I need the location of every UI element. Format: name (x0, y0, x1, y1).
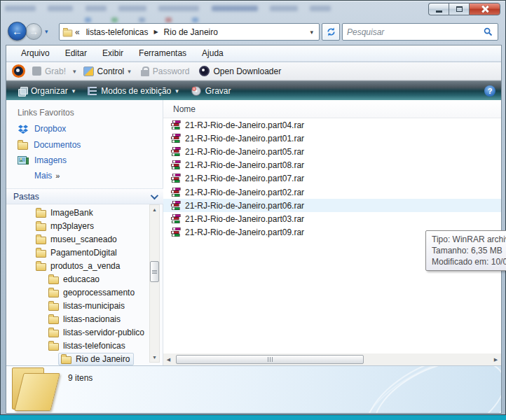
menu-bar: Arquivo Editar Exibir Ferramentas Ajuda (6, 46, 501, 62)
grab-dropdown-icon[interactable]: ▾ (73, 68, 76, 75)
title-bar[interactable] (1, 1, 506, 20)
maximize-button[interactable] (449, 3, 469, 15)
tree-item-educacao[interactable]: educacao (6, 272, 150, 286)
burn-button[interactable]: Gravar (185, 84, 238, 98)
file-row[interactable]: 21-RJ-Rio-de-Janeiro.part01.rar (163, 132, 501, 145)
folder-icon (61, 356, 71, 364)
tree-item-label: listas-municipais (63, 301, 125, 311)
control-button[interactable]: Control ▾ (81, 66, 134, 76)
tree-item-pagamentodigital[interactable]: PagamentoDigital (6, 246, 150, 259)
file-row[interactable]: 21-RJ-Rio-de-Janeiro.part04.rar (163, 118, 501, 132)
tree-item-mp3players[interactable]: mp3players (6, 219, 150, 232)
menu-ferramentas[interactable]: Ferramentas (131, 46, 194, 60)
chevron-down-icon[interactable] (151, 191, 158, 199)
tree-item-museu-scaneado[interactable]: museu_scaneado (6, 232, 150, 246)
tooltip-size: Tamanho: 6,35 MB (432, 245, 506, 256)
favorite-documentos-label: Documentos (34, 140, 81, 150)
menu-exibir[interactable]: Exibir (95, 46, 131, 60)
folder-icon (36, 237, 46, 244)
folder-icon (36, 263, 46, 271)
search-input[interactable] (343, 25, 479, 39)
winrar-icon (170, 227, 182, 237)
search-icon[interactable] (479, 27, 498, 36)
breadcrumb[interactable]: « listas-telefonicas ▶ Rio de Janeiro ▾ (59, 23, 320, 41)
tree-item-imagebank[interactable]: ImageBank (6, 206, 150, 219)
password-label: Password (153, 66, 190, 76)
open-downloader-icon (199, 66, 210, 76)
address-bar-row: ← → ▾ « listas-telefonicas ▶ Rio de Jane… (1, 20, 506, 43)
forward-button[interactable]: → (25, 23, 42, 40)
recent-pages-dropdown[interactable]: ▾ (45, 28, 48, 35)
file-row-hovered[interactable]: 21-RJ-Rio-de-Janeiro.part06.rar (163, 199, 501, 212)
close-button[interactable] (469, 3, 500, 15)
scrollbar-thumb[interactable] (176, 355, 364, 364)
tree-vertical-scrollbar[interactable]: ▲ ▼ (149, 204, 160, 363)
file-row[interactable]: 21-RJ-Rio-de-Janeiro.part08.rar (163, 159, 501, 172)
selected-tree-item[interactable]: Rio de Janeiro (58, 353, 134, 365)
winrar-icon (170, 147, 182, 157)
scroll-left-arrow[interactable]: ◀ (163, 354, 174, 365)
more-link[interactable]: Mais » (34, 171, 59, 181)
folders-band[interactable]: Pastas (6, 188, 163, 204)
file-row[interactable]: 21-RJ-Rio-de-Janeiro.part07.rar (163, 172, 501, 186)
tree-item-listas-nacionais[interactable]: listas-nacionais (6, 312, 150, 326)
winrar-icon (170, 134, 182, 144)
file-info-tooltip: Tipo: WinRAR archive Tamanho: 6,35 MB Mo… (425, 230, 506, 271)
password-button[interactable]: Password (138, 66, 193, 76)
grab-button[interactable]: Grab! (29, 66, 69, 76)
pictures-icon (18, 156, 29, 165)
tree-item-label: museu_scaneado (50, 234, 117, 244)
column-header-nome[interactable]: Nome (163, 100, 501, 118)
tree-item-rio-de-janeiro[interactable]: Rio de Janeiro (6, 352, 150, 365)
navigation-pane: Links Favoritos Dropbox Documentos (6, 100, 163, 365)
breadcrumb-segment-rio-de-janeiro[interactable]: Rio de Janeiro (160, 26, 222, 38)
tree-item-listas-municipais[interactable]: listas-municipais (6, 299, 150, 312)
orbit-logo-icon[interactable] (12, 64, 25, 78)
tree-item-listas-servidor-publico[interactable]: listas-servidor-publico (6, 326, 150, 339)
help-button[interactable]: ? (484, 85, 495, 97)
scroll-up-arrow[interactable]: ▲ (150, 205, 159, 214)
file-name: 21-RJ-Rio-de-Janeiro.part02.rar (185, 188, 304, 197)
address-dropdown-icon[interactable]: ▾ (307, 29, 316, 36)
file-row[interactable]: 21-RJ-Rio-de-Janeiro.part05.rar (163, 145, 501, 158)
tree-item-label: geoprocessamento (63, 288, 135, 298)
organize-icon (18, 87, 27, 95)
menu-editar[interactable]: Editar (57, 46, 95, 60)
folder-icon (48, 303, 59, 311)
refresh-button[interactable] (322, 23, 340, 41)
favorite-imagens[interactable]: Imagens (18, 155, 67, 165)
more-label: Mais (34, 171, 52, 181)
winrar-icon (170, 188, 182, 197)
favorite-dropbox[interactable]: Dropbox (18, 124, 66, 134)
file-row[interactable]: 21-RJ-Rio-de-Janeiro.part03.rar (163, 212, 501, 225)
burn-icon (191, 86, 201, 96)
minimize-button[interactable] (428, 3, 449, 15)
tree-item-label: ImageBank (50, 208, 93, 218)
menu-ajuda[interactable]: Ajuda (194, 46, 231, 60)
organize-button[interactable]: Organizar ▾ (12, 84, 81, 98)
breadcrumb-separator-icon[interactable]: ▶ (152, 29, 159, 35)
tree-item-label: produtos_a_venda (50, 261, 120, 271)
minimize-icon (436, 10, 442, 13)
window-controls (428, 3, 500, 15)
breadcrumb-overflow-chevron[interactable]: « (73, 27, 82, 37)
tree-item-geoprocessamento[interactable]: geoprocessamento (6, 286, 150, 299)
scrollbar-thumb[interactable] (150, 261, 159, 282)
tree-item-listas-telefonicas[interactable]: listas-telefonicas (6, 339, 150, 352)
breadcrumb-segment-listas-telefonicas[interactable]: listas-telefonicas (82, 26, 153, 38)
winrar-icon (170, 160, 182, 170)
horizontal-scrollbar[interactable]: ◀ ▶ (163, 354, 501, 365)
views-button[interactable]: Modos de exibição ▾ (81, 84, 185, 98)
control-icon (83, 66, 94, 76)
tree-item-produtos-a-venda[interactable]: produtos_a_venda (6, 259, 150, 272)
file-row[interactable]: 21-RJ-Rio-de-Janeiro.part02.rar (163, 186, 501, 199)
file-name: 21-RJ-Rio-de-Janeiro.part07.rar (185, 174, 304, 183)
downloader-toolbar: Grab! ▾ Control ▾ Password Open Download… (6, 62, 501, 80)
tooltip-type: Tipo: WinRAR archive (432, 234, 506, 245)
back-button[interactable]: ← (8, 22, 27, 41)
menu-arquivo[interactable]: Arquivo (13, 46, 57, 60)
open-downloader-button[interactable]: Open Downloader (196, 66, 284, 76)
favorite-documentos[interactable]: Documentos (18, 140, 81, 150)
scroll-right-arrow[interactable]: ▶ (491, 354, 501, 365)
scroll-down-arrow[interactable]: ▼ (150, 353, 159, 362)
